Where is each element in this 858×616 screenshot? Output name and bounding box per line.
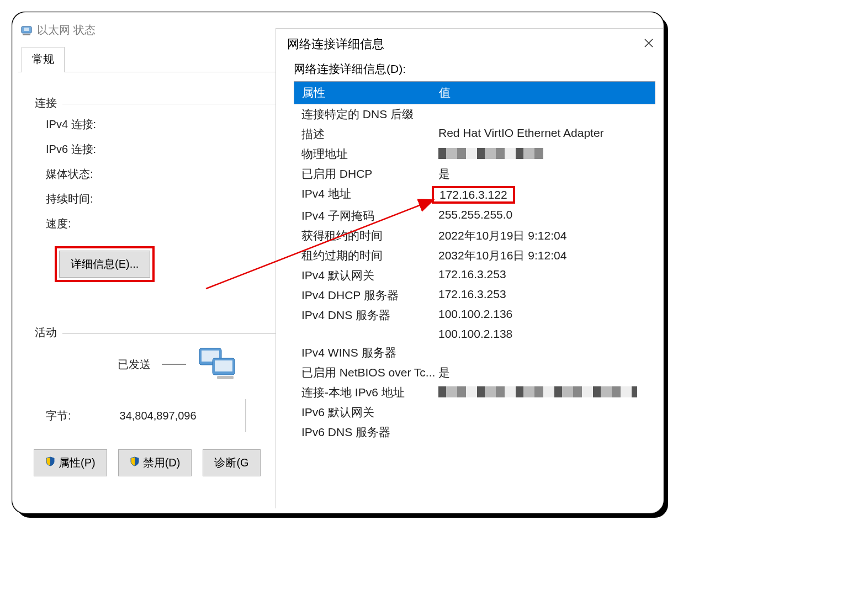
table-row[interactable]: 100.100.2.138 — [294, 325, 655, 343]
details-table-header: 属性 值 — [294, 81, 655, 104]
property-cell: IPv6 默认网关 — [301, 405, 438, 420]
sent-label: 已发送 — [118, 357, 151, 372]
svg-rect-2 — [23, 34, 30, 35]
close-button[interactable] — [641, 35, 656, 52]
table-row[interactable]: 物理地址 — [294, 144, 655, 164]
properties-button-label: 属性(P) — [59, 455, 96, 470]
value-cell: 172.16.3.253 — [438, 268, 655, 283]
property-cell: IPv6 DNS 服务器 — [301, 424, 438, 440]
bytes-label: 字节: — [46, 408, 71, 423]
value-cell — [438, 345, 655, 360]
value-cell — [438, 146, 655, 162]
property-cell: 连接-本地 IPv6 地址 — [301, 385, 438, 400]
diagnose-button[interactable]: 诊断(G — [203, 449, 260, 476]
diagnose-button-label: 诊断(G — [214, 455, 248, 470]
col-header-value[interactable]: 值 — [439, 85, 655, 100]
col-header-property[interactable]: 属性 — [302, 85, 439, 100]
value-cell: 100.100.2.138 — [438, 327, 655, 341]
value-cell: 2022年10月19日 9:12:04 — [438, 228, 655, 243]
property-cell: IPv4 DHCP 服务器 — [301, 288, 438, 303]
table-row[interactable]: IPv4 地址172.16.3.122 — [294, 184, 655, 206]
screenshot-frame: 以太网 状态 常规 连接 IPv4 连接: IPv6 连接: 媒体状态: 持续时… — [12, 12, 664, 513]
vertical-separator — [245, 399, 246, 432]
property-cell: 描述 — [301, 126, 438, 142]
close-icon — [643, 42, 654, 50]
table-row[interactable]: 获得租约的时间2022年10月19日 9:12:04 — [294, 226, 655, 246]
label-ipv4-conn: IPv4 连接: — [46, 117, 156, 132]
table-row[interactable]: IPv6 默认网关 — [294, 402, 655, 422]
details-dialog-title: 网络连接详细信息 — [287, 36, 384, 52]
details-table-body: 连接特定的 DNS 后缀描述Red Hat VirtIO Ethernet Ad… — [294, 104, 655, 442]
table-row[interactable]: IPv4 DNS 服务器100.100.2.136 — [294, 305, 655, 325]
value-cell — [438, 424, 655, 440]
table-row[interactable]: 租约过期的时间2032年10月16日 9:12:04 — [294, 246, 655, 265]
connection-details-dialog: 网络连接详细信息 网络连接详细信息(D): 属性 值 连接特定的 DNS 后缀描… — [276, 28, 664, 508]
label-duration: 持续时间: — [46, 192, 156, 206]
details-button-highlight: 详细信息(E)... — [55, 246, 155, 282]
property-cell: 已启用 NetBIOS over Tc... — [301, 365, 438, 380]
shield-icon — [45, 456, 55, 469]
redacted-value — [438, 148, 543, 159]
table-row[interactable]: 描述Red Hat VirtIO Ethernet Adapter — [294, 124, 655, 144]
network-adapter-icon — [20, 24, 33, 36]
value-cell: 是 — [438, 166, 655, 182]
label-speed: 速度: — [46, 216, 156, 231]
details-button[interactable]: 详细信息(E)... — [59, 251, 150, 278]
highlighted-ip-value: 172.16.3.122 — [432, 186, 515, 204]
table-row[interactable]: 连接特定的 DNS 后缀 — [294, 104, 655, 124]
property-cell: IPv4 DNS 服务器 — [301, 307, 438, 323]
property-cell: IPv4 默认网关 — [301, 268, 438, 283]
label-media-state: 媒体状态: — [46, 167, 156, 182]
property-cell: IPv4 地址 — [301, 186, 438, 204]
computers-network-icon — [197, 346, 239, 383]
details-subtitle: 网络连接详细信息(D): — [294, 61, 655, 77]
value-cell: Red Hat VirtIO Ethernet Adapter — [438, 126, 655, 142]
bytes-sent-value: 34,804,897,096 — [120, 410, 197, 422]
property-cell: 物理地址 — [301, 146, 438, 162]
value-cell — [438, 385, 655, 400]
table-row[interactable]: IPv6 DNS 服务器 — [294, 422, 655, 442]
dash-left — [162, 364, 186, 365]
status-bottom-buttons: 属性(P) 禁用(D) 诊断(G — [34, 449, 261, 476]
shield-icon — [130, 456, 140, 469]
disable-button-label: 禁用(D) — [143, 455, 181, 470]
value-cell: 2032年10月16日 9:12:04 — [438, 248, 655, 263]
value-cell — [438, 405, 655, 420]
status-window-title: 以太网 状态 — [37, 23, 96, 38]
svg-rect-1 — [24, 28, 29, 31]
value-cell: 172.16.3.253 — [438, 288, 655, 303]
table-row[interactable]: 已启用 DHCP是 — [294, 164, 655, 184]
tab-general[interactable]: 常规 — [22, 47, 65, 72]
property-cell: 租约过期的时间 — [301, 248, 438, 263]
property-cell — [301, 327, 438, 341]
redacted-value — [438, 386, 637, 397]
properties-button[interactable]: 属性(P) — [34, 449, 107, 476]
svg-rect-6 — [215, 360, 232, 371]
property-cell: 连接特定的 DNS 后缀 — [301, 107, 438, 122]
details-titlebar: 网络连接详细信息 — [276, 29, 664, 59]
value-cell: 172.16.3.122 — [438, 186, 655, 204]
table-row[interactable]: IPv4 DHCP 服务器172.16.3.253 — [294, 285, 655, 305]
table-row[interactable]: 已启用 NetBIOS over Tc...是 — [294, 363, 655, 383]
value-cell: 100.100.2.136 — [438, 307, 655, 323]
property-cell: IPv4 子网掩码 — [301, 208, 438, 224]
table-row[interactable]: IPv4 子网掩码255.255.255.0 — [294, 206, 655, 226]
property-cell: 获得租约的时间 — [301, 228, 438, 243]
table-row[interactable]: IPv4 默认网关172.16.3.253 — [294, 265, 655, 285]
property-cell: 已启用 DHCP — [301, 166, 438, 182]
value-cell — [438, 107, 655, 122]
value-cell: 255.255.255.0 — [438, 208, 655, 224]
table-row[interactable]: 连接-本地 IPv6 地址 — [294, 383, 655, 402]
value-cell: 是 — [438, 365, 655, 380]
property-cell: IPv4 WINS 服务器 — [301, 345, 438, 360]
table-row[interactable]: IPv4 WINS 服务器 — [294, 343, 655, 363]
disable-button[interactable]: 禁用(D) — [118, 449, 192, 476]
svg-rect-7 — [217, 376, 234, 379]
label-ipv6-conn: IPv6 连接: — [46, 142, 156, 157]
